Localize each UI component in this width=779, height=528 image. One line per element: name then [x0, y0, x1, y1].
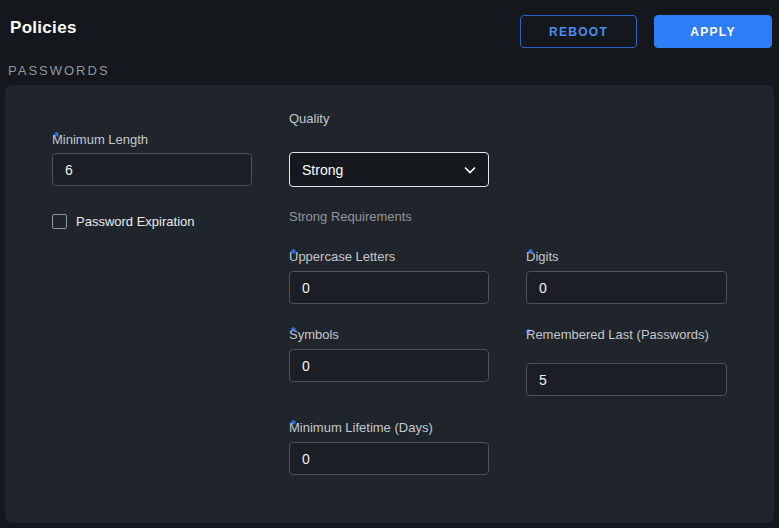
minimum-lifetime-input[interactable]	[289, 442, 489, 475]
required-marker: *	[291, 246, 296, 261]
strong-requirements-title: Strong Requirements	[289, 209, 412, 224]
quality-label: Quality	[289, 111, 329, 126]
symbols-label: Symbols*	[289, 327, 296, 342]
passwords-panel: Minimum Length* Quality Strong Password …	[5, 85, 774, 523]
quality-select[interactable]: Strong	[289, 152, 489, 187]
required-marker: *	[291, 324, 296, 339]
policies-page: Policies REBOOT APPLY PASSWORDS Minimum …	[0, 0, 779, 528]
uppercase-letters-input[interactable]	[289, 271, 489, 304]
required-marker: *	[54, 129, 59, 144]
passwords-section-label: PASSWORDS	[8, 63, 110, 78]
uppercase-letters-label: Uppercase Letters*	[289, 249, 296, 264]
quality-select-value: Strong	[302, 162, 343, 178]
remembered-last-input[interactable]	[526, 363, 727, 396]
reboot-button[interactable]: REBOOT	[520, 15, 637, 48]
minimum-lifetime-label: Minimum Lifetime (Days)*	[289, 420, 296, 435]
symbols-input[interactable]	[289, 349, 489, 382]
password-expiration-checkbox[interactable]: Password Expiration	[52, 214, 195, 229]
digits-label: Digits*	[526, 249, 533, 264]
digits-input[interactable]	[526, 271, 727, 304]
required-marker: *	[528, 246, 533, 261]
required-marker: *	[291, 417, 296, 432]
minimum-length-label: Minimum Length*	[52, 132, 59, 147]
remembered-last-label: Remembered Last (Passwords)*	[526, 327, 531, 340]
minimum-length-input[interactable]	[52, 153, 252, 186]
checkbox-icon[interactable]	[52, 214, 67, 229]
apply-button[interactable]: APPLY	[654, 15, 772, 48]
password-expiration-label: Password Expiration	[76, 214, 195, 229]
chevron-down-icon	[464, 166, 476, 174]
page-title: Policies	[10, 18, 77, 38]
